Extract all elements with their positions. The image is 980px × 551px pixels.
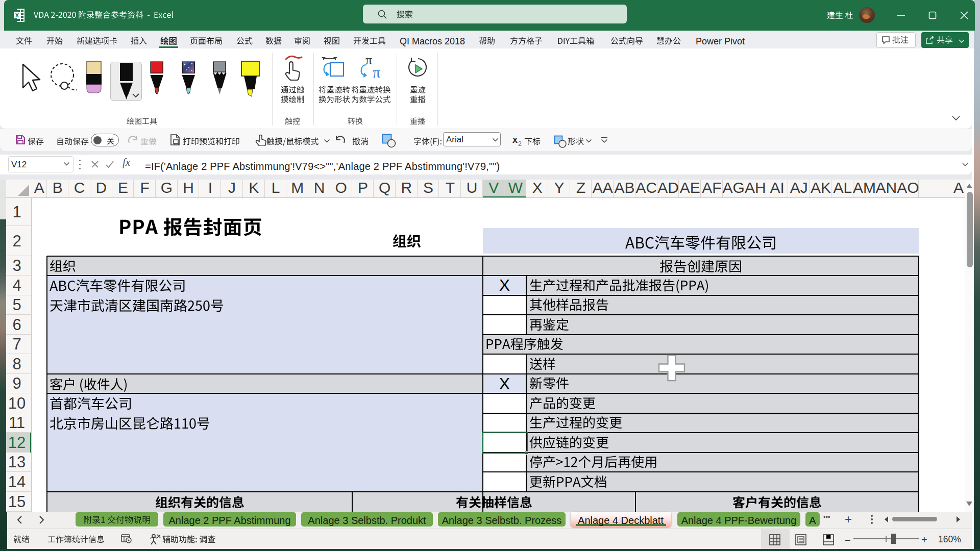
svg-text:π: π <box>373 64 380 81</box>
svg-text:X: X <box>15 12 19 18</box>
